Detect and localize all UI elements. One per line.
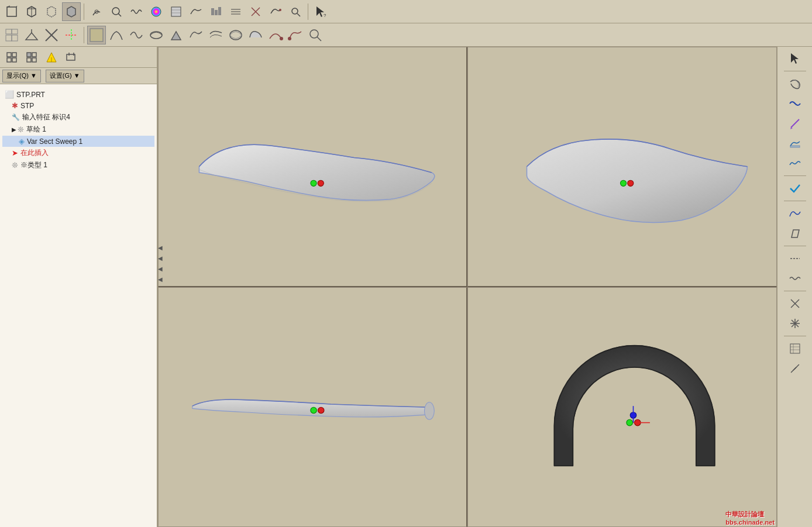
feat-active-btn[interactable]	[87, 26, 106, 44]
right-wave-btn[interactable]	[783, 94, 807, 113]
svg-point-63	[620, 180, 626, 186]
tree-item-type1[interactable]: ❊ ※类型 1	[2, 159, 154, 171]
svg-rect-15	[211, 8, 214, 15]
left-panel-menu: 显示(Q) ▼ 设置(G) ▼	[0, 68, 157, 84]
svg-rect-52	[27, 58, 31, 62]
feat-unfold-btn[interactable]	[266, 26, 285, 44]
sketch1-expand[interactable]: ▶	[12, 126, 16, 133]
collapse-arrow-up2[interactable]: ◀	[157, 266, 163, 272]
svg-rect-69	[468, 315, 776, 500]
menu-settings-btn[interactable]: 设置(G) ▼	[46, 70, 84, 82]
toolbar-cut-btn[interactable]	[246, 2, 265, 21]
var-sect-sweep-label: Var Sect Sweep 1	[27, 137, 82, 146]
second-toolbar	[0, 23, 812, 47]
right-wavy-line-btn[interactable]	[783, 269, 807, 288]
right-asterisk-btn[interactable]	[783, 314, 807, 333]
right-spline-btn[interactable]	[783, 204, 807, 223]
tree-tile-btn[interactable]	[2, 48, 21, 67]
collapse-arrow-down[interactable]: ◀	[157, 256, 163, 261]
toolbar-cube-btn[interactable]	[22, 2, 41, 21]
left-panel: 显示(Q) ▼ 设置(G) ▼ ⬜ STP.PRT ✱ STP 🔧 输入特征 标…	[0, 47, 158, 527]
toolbar-view-3d-btn[interactable]	[2, 2, 21, 21]
svg-point-64	[628, 180, 634, 186]
svg-line-2	[16, 6, 17, 7]
feat-shell-btn[interactable]	[246, 26, 265, 44]
right-surface-btn[interactable]	[783, 134, 807, 153]
right-link-btn[interactable]	[783, 359, 807, 378]
right-sep-6	[784, 336, 806, 336]
tree-settings-btn[interactable]	[62, 48, 81, 67]
viewport-bottom-left[interactable]	[158, 287, 467, 528]
collapse-arrow-down2[interactable]: ◀	[157, 277, 163, 283]
svg-line-91	[793, 367, 797, 370]
tree-expand-btn[interactable]	[22, 48, 41, 67]
right-sep-3	[784, 201, 806, 201]
feat-mirror-btn[interactable]	[107, 26, 126, 44]
tree-item-insert-here[interactable]: ➤ 在此插入	[2, 147, 154, 159]
toolbar-shaded-btn[interactable]	[62, 2, 81, 21]
svg-point-67	[311, 407, 317, 414]
svg-marker-7	[67, 6, 75, 17]
watermark-line1: 中華設計論壇	[725, 510, 775, 519]
svg-rect-12	[171, 7, 181, 16]
right-cross-btn[interactable]	[783, 294, 807, 313]
viewport-bottom-right[interactable]	[467, 287, 777, 528]
menu-settings-label: 设置(G) ▼	[50, 71, 80, 80]
svg-rect-78	[790, 146, 800, 147]
menu-show-btn[interactable]: 显示(Q) ▼	[2, 70, 41, 82]
right-parallelogram-btn[interactable]	[783, 224, 807, 243]
svg-rect-28	[6, 29, 12, 34]
toolbar-paint-btn[interactable]	[87, 2, 106, 21]
tree-item-input-feature[interactable]: 🔧 输入特征 标识4	[2, 111, 154, 123]
toolbar-search-btn[interactable]	[107, 2, 126, 21]
toolbar-texture-btn[interactable]	[167, 2, 185, 21]
right-scale-btn[interactable]	[783, 339, 807, 358]
feat-cut2-btn[interactable]	[286, 26, 305, 44]
toolbar-surface-btn[interactable]	[187, 2, 205, 21]
input-feature-label: 输入特征 标识4	[22, 112, 70, 122]
feat-datum-btn[interactable]	[62, 26, 81, 44]
svg-point-61	[318, 180, 324, 186]
feat-spline-btn[interactable]	[127, 26, 146, 44]
feat-offset-btn[interactable]	[207, 26, 225, 44]
insert-icon: ➤	[12, 149, 18, 157]
right-pen-btn[interactable]	[783, 114, 807, 133]
feat-search3-btn[interactable]	[306, 26, 325, 44]
viewport-top-right[interactable]	[467, 47, 777, 287]
watermark: 中華設計論壇 bbs.chinade.net	[725, 510, 775, 526]
toolbar-data-btn[interactable]	[207, 2, 225, 21]
right-sep-4	[784, 246, 806, 246]
toolbar-wire-btn[interactable]	[42, 2, 61, 21]
insert-label: 在此插入	[20, 148, 49, 158]
feat-blend-btn[interactable]	[226, 26, 245, 44]
tree-item-sketch1[interactable]: ▶ ❊ 草绘 1	[2, 123, 154, 136]
toolbar-search2-btn[interactable]	[286, 2, 305, 21]
toolbar-arrow-select-btn[interactable]: ?	[311, 2, 330, 21]
feat-extrude-btn[interactable]	[22, 26, 41, 44]
separator-1	[84, 4, 84, 20]
feat-sketch-btn[interactable]	[2, 26, 21, 44]
svg-rect-30	[6, 35, 12, 41]
toolbar-wave-btn[interactable]	[127, 2, 146, 21]
tree-filter-btn[interactable]	[42, 48, 61, 67]
right-wavy-btn[interactable]	[783, 154, 807, 173]
collapse-arrow-up[interactable]: ◀	[157, 245, 163, 251]
collapse-handle: ◀ ◀ ◀ ◀	[157, 0, 164, 527]
right-dashed-btn[interactable]	[783, 249, 807, 268]
svg-line-10	[118, 13, 121, 16]
feat-solid-btn[interactable]	[167, 26, 185, 44]
right-check-btn[interactable]	[783, 179, 807, 198]
toolbar-data2-btn[interactable]	[226, 2, 245, 21]
right-sep-1	[784, 71, 806, 71]
feat-surface3-btn[interactable]	[187, 26, 205, 44]
type1-label: ※类型 1	[20, 160, 47, 170]
right-cursor-btn[interactable]	[783, 49, 807, 68]
toolbar-surface2-btn[interactable]	[266, 2, 285, 21]
svg-marker-75	[791, 53, 799, 64]
tree-item-var-sect-sweep[interactable]: ◈ Var Sect Sweep 1	[2, 136, 154, 147]
feat-cut-btn[interactable]	[42, 26, 61, 44]
right-grid-btn[interactable]	[783, 74, 807, 93]
viewport-top-left[interactable]	[158, 47, 467, 287]
tree-item-stp[interactable]: ✱ STP	[2, 100, 154, 111]
tree-root[interactable]: ⬜ STP.PRT	[2, 89, 154, 100]
